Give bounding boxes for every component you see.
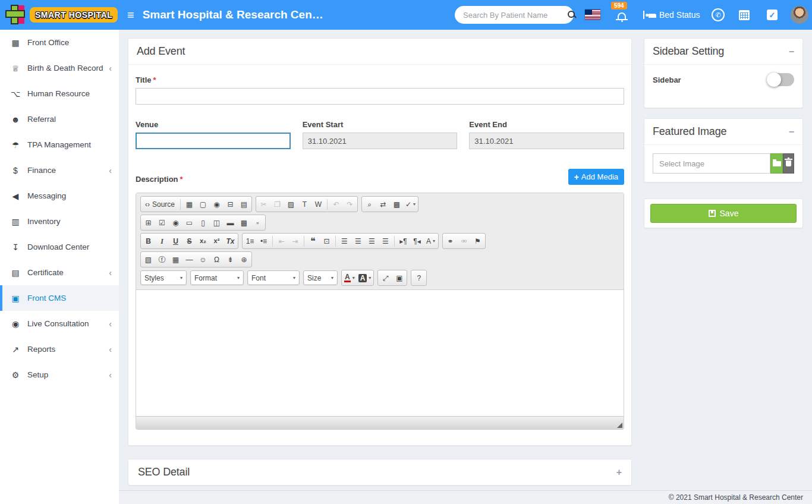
- maximize-button[interactable]: ⤢ ▾: [379, 271, 392, 285]
- copy-button[interactable]: ❐ ▾: [270, 197, 284, 211]
- hidden-field-button[interactable]: ▫ ▾: [251, 216, 265, 229]
- sidebar-item-referral[interactable]: ☻ Referral ‹: [0, 106, 119, 132]
- textarea-button[interactable]: ▯ ▾: [196, 216, 210, 229]
- editor-content-area[interactable]: [136, 290, 624, 416]
- div-container-button[interactable]: ⊡ ▾: [320, 234, 333, 248]
- sidebar-item-inventory[interactable]: ▥ Inventory ‹: [0, 209, 119, 234]
- add-media-button[interactable]: + Add Media: [568, 169, 624, 185]
- separator[interactable]: ▾: [327, 199, 328, 210]
- sidebar-item-finance[interactable]: $ Finance ‹: [0, 158, 119, 183]
- sidebar-item-tpa-management[interactable]: ☂ TPA Management ‹: [0, 132, 119, 158]
- italic-button[interactable]: I ▾: [155, 234, 169, 248]
- language-button[interactable]: A ▾: [424, 234, 438, 248]
- find-button[interactable]: ⌕ ▾: [363, 197, 376, 211]
- text-field-button[interactable]: ▭ ▾: [182, 216, 196, 229]
- align-left-button[interactable]: ☰ ▾: [338, 234, 351, 248]
- format-combo[interactable]: Format ▾: [191, 272, 243, 284]
- calendar-button[interactable]: [739, 0, 750, 30]
- checkbox-button[interactable]: ☑ ▾: [155, 216, 169, 229]
- justify-button[interactable]: ☰ ▾: [379, 234, 392, 248]
- collapse-icon[interactable]: −: [789, 127, 794, 137]
- radio-button[interactable]: ◉ ▾: [169, 216, 182, 229]
- form-button[interactable]: ⊞ ▾: [141, 216, 155, 229]
- cut-button[interactable]: ✂ ▾: [257, 197, 270, 211]
- bed-status-button[interactable]: Bed Status: [643, 0, 700, 30]
- bg-color-button[interactable]: A ▾: [357, 271, 373, 285]
- new-page-button[interactable]: ▢ ▾: [196, 197, 210, 211]
- select-field-button[interactable]: ◫ ▾: [210, 216, 224, 229]
- event-end-input[interactable]: [469, 133, 624, 149]
- smiley-button[interactable]: ☺ ▾: [196, 253, 210, 266]
- paste-plain-text-button[interactable]: T ▾: [298, 197, 311, 211]
- preview-button[interactable]: ◉ ▾: [210, 197, 224, 211]
- sidebar-item-setup[interactable]: ⚙ Setup ‹: [0, 362, 119, 388]
- numbered-list-button[interactable]: 1≡ ▾: [243, 234, 257, 248]
- user-avatar[interactable]: [791, 6, 808, 24]
- indent-button[interactable]: ⇥ ▾: [288, 234, 302, 248]
- strike-button[interactable]: S ▾: [182, 234, 196, 248]
- outdent-button[interactable]: ⇤ ▾: [275, 234, 288, 248]
- expand-icon[interactable]: +: [616, 467, 622, 478]
- styles-combo[interactable]: Styles ▾: [141, 272, 185, 284]
- horizontal-rule-button[interactable]: ― ▾: [182, 253, 196, 266]
- bulleted-list-button[interactable]: •≡ ▾: [257, 234, 270, 248]
- replace-button[interactable]: ⇄ ▾: [376, 197, 390, 211]
- anchor-button[interactable]: ⚑ ▾: [471, 234, 484, 248]
- text-color-button[interactable]: A ▾: [342, 271, 357, 285]
- show-blocks-button[interactable]: ▣ ▾: [392, 271, 406, 285]
- sidebar-toggle-button[interactable]: ≡: [127, 9, 134, 21]
- templates-button[interactable]: ▤ ▾: [237, 197, 251, 211]
- event-start-input[interactable]: [303, 133, 458, 149]
- about-button[interactable]: ? ▾: [412, 271, 426, 285]
- remove-format-button[interactable]: Tx ▾: [224, 234, 237, 248]
- bold-button[interactable]: B ▾: [141, 234, 155, 248]
- bidi-ltr-button[interactable]: ▸¶ ▾: [396, 234, 410, 248]
- remove-image-button[interactable]: [783, 153, 794, 174]
- size-combo[interactable]: Size ▾: [304, 272, 336, 284]
- align-right-button[interactable]: ☰ ▾: [365, 234, 379, 248]
- tasks-button[interactable]: ✓: [767, 0, 778, 30]
- sidebar-item-download-center[interactable]: ↧ Download Center ‹: [0, 234, 119, 260]
- superscript-button[interactable]: x² ▾: [210, 234, 224, 248]
- paste-button[interactable]: ▨ ▾: [284, 197, 298, 211]
- page-break-button[interactable]: ⇟ ▾: [224, 253, 237, 266]
- sidebar-item-live-consultation[interactable]: ◉ Live Consultation ‹: [0, 311, 119, 336]
- blockquote-button[interactable]: ❝ ▾: [306, 234, 320, 248]
- separator[interactable]: ▾: [180, 199, 181, 210]
- sidebar-item-human-resource[interactable]: ⌥ Human Resource ‹: [0, 81, 119, 106]
- source-button[interactable]: ‹› Source ▾: [141, 197, 178, 211]
- title-input[interactable]: [136, 88, 624, 105]
- collapse-icon[interactable]: −: [789, 46, 794, 57]
- table-button[interactable]: ▦ ▾: [169, 253, 182, 266]
- paste-from-word-button[interactable]: W ▾: [311, 197, 325, 211]
- browse-image-button[interactable]: [770, 153, 783, 174]
- save-button[interactable]: Save: [650, 204, 797, 223]
- brand-logo[interactable]: SMART HOSPITAL: [0, 0, 119, 30]
- bidi-rtl-button[interactable]: ¶◂ ▾: [410, 234, 424, 248]
- resize-handle[interactable]: [617, 423, 622, 428]
- whatsapp-button[interactable]: ✆: [712, 0, 725, 30]
- select-image-input[interactable]: [653, 153, 770, 174]
- align-center-button[interactable]: ☰ ▾: [351, 234, 365, 248]
- subscript-button[interactable]: x₂ ▾: [196, 234, 210, 248]
- image-button-button[interactable]: ▩ ▾: [237, 216, 251, 229]
- separator[interactable]: ▾: [394, 236, 395, 247]
- search-input[interactable]: [463, 11, 568, 20]
- notifications-button[interactable]: [616, 9, 629, 23]
- redo-button[interactable]: ↷ ▾: [343, 197, 357, 211]
- sidebar-item-birth-death-record[interactable]: ♕ Birth & Death Record ‹: [0, 55, 119, 81]
- save-button[interactable]: ▦ ▾: [182, 197, 196, 211]
- sidebar-item-front-office[interactable]: ▦ Front Office ‹: [0, 30, 119, 55]
- seo-detail-header[interactable]: SEO Detail +: [128, 459, 631, 485]
- sidebar-item-messaging[interactable]: ◀ Messaging ‹: [0, 183, 119, 209]
- iframe-button[interactable]: ⊕ ▾: [237, 253, 251, 266]
- venue-input[interactable]: [136, 133, 291, 149]
- flash-button[interactable]: ⓕ ▾: [155, 253, 169, 266]
- special-char-button[interactable]: Ω ▾: [210, 253, 224, 266]
- patient-search-box[interactable]: [455, 6, 574, 24]
- print-button[interactable]: ⊟ ▾: [224, 197, 237, 211]
- unlink-button[interactable]: ⚮ ▾: [457, 234, 471, 248]
- underline-button[interactable]: U ▾: [169, 234, 182, 248]
- undo-button[interactable]: ↶ ▾: [329, 197, 343, 211]
- select-all-button[interactable]: ▩ ▾: [390, 197, 404, 211]
